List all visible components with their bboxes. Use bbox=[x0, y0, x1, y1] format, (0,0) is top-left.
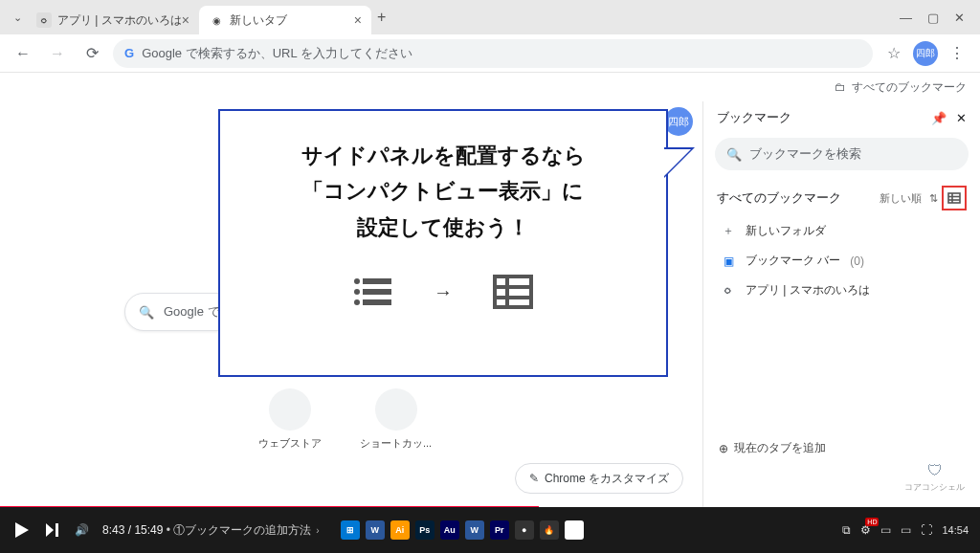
theater-icon[interactable]: ▭ bbox=[901, 523, 911, 537]
app-icon[interactable]: ● bbox=[515, 520, 534, 540]
bookmark-entry[interactable]: ⭘ アプリ | スマホのいろは bbox=[703, 276, 980, 305]
svg-point-4 bbox=[354, 299, 360, 305]
tab-dropdown[interactable]: ⌄ bbox=[8, 11, 27, 24]
svg-rect-10 bbox=[948, 193, 960, 203]
profile-avatar[interactable]: 四郎 bbox=[913, 41, 938, 66]
forward-button[interactable]: → bbox=[44, 40, 71, 67]
maximize-icon[interactable]: ▢ bbox=[927, 11, 939, 25]
omnibox-placeholder: Google で検索するか、URL を入力してください bbox=[142, 45, 412, 62]
svg-rect-3 bbox=[363, 289, 391, 295]
minimize-icon[interactable]: — bbox=[900, 11, 912, 25]
shortcut-label: ウェブストア bbox=[258, 436, 322, 451]
word2-icon[interactable]: W bbox=[465, 520, 484, 540]
captions-button[interactable]: ⧉ bbox=[842, 523, 851, 537]
sort-icon[interactable]: ⇅ bbox=[929, 192, 938, 205]
play-button[interactable] bbox=[11, 520, 31, 540]
folder-icon: 🗀 bbox=[835, 80, 846, 94]
close-icon[interactable]: × bbox=[182, 12, 189, 28]
all-bookmarks-link[interactable]: すべてのブックマーク bbox=[852, 79, 967, 96]
word-icon[interactable]: W bbox=[366, 520, 385, 540]
premiere-icon[interactable]: Pr bbox=[490, 520, 509, 540]
chapter-title[interactable]: ①ブックマークの追加方法 bbox=[173, 523, 311, 537]
shortcut-add[interactable]: ショートカッ... bbox=[360, 388, 432, 451]
volume-button[interactable]: 🔊 bbox=[75, 523, 89, 537]
browser-toolbar: ← → ⟳ G Google で検索するか、URL を入力してください ☆ 四郎… bbox=[0, 34, 980, 73]
section-title: すべてのブックマーク bbox=[717, 189, 841, 207]
miniplayer-icon[interactable]: ▭ bbox=[880, 523, 891, 537]
list-view-icon bbox=[347, 266, 399, 318]
photoshop-icon[interactable]: Ps bbox=[415, 520, 434, 540]
bookmark-star-icon[interactable]: ☆ bbox=[880, 40, 907, 67]
windows-icon[interactable]: ⊞ bbox=[341, 520, 360, 540]
arrow-right-icon: → bbox=[434, 281, 453, 303]
tab-active[interactable]: ◉ 新しいタブ × bbox=[199, 6, 371, 34]
new-tab-button[interactable]: + bbox=[377, 9, 386, 26]
close-icon[interactable]: × bbox=[354, 12, 362, 28]
reload-button[interactable]: ⟳ bbox=[78, 40, 105, 67]
video-player-controls: 🔊 8:43 / 15:49 • ①ブックマークの追加方法› ⊞ W Ai Ps… bbox=[0, 507, 980, 553]
fullscreen-icon[interactable]: ⛶ bbox=[921, 523, 932, 537]
window-title-bar: ⌄ ⭘ アプリ | スマホのいろは × ◉ 新しいタブ × + — ▢ ✕ bbox=[0, 0, 980, 34]
bookmarks-bar: 🗀 すべてのブックマーク bbox=[0, 73, 980, 101]
bookmark-search-placeholder: ブックマークを検索 bbox=[749, 145, 861, 163]
svg-marker-14 bbox=[15, 522, 29, 538]
sort-label[interactable]: 新しい順 bbox=[880, 191, 922, 206]
illustrator-icon[interactable]: Ai bbox=[390, 520, 410, 540]
bookmark-bar-folder[interactable]: ▣ ブックマーク バー (0) bbox=[703, 246, 980, 276]
close-window-icon[interactable]: ✕ bbox=[954, 11, 965, 25]
pin-icon[interactable]: 📌 bbox=[931, 111, 947, 125]
tutorial-callout: サイドパネルを配置するなら 「コンパクトビュー表示」に 設定して使おう！ → bbox=[218, 109, 668, 377]
tab-inactive[interactable]: ⭘ アプリ | スマホのいろは × bbox=[27, 6, 199, 34]
chrome-task-icon[interactable]: ◉ bbox=[565, 520, 584, 540]
svg-marker-15 bbox=[46, 523, 54, 537]
shortcut-webstore[interactable]: ウェブストア bbox=[258, 388, 322, 451]
chrome-icon: ◉ bbox=[209, 12, 224, 28]
clock-time: 14:54 bbox=[942, 524, 969, 536]
tab-title: 新しいタブ bbox=[230, 12, 287, 29]
shortcut-label: ショートカッ... bbox=[360, 436, 432, 451]
svg-rect-1 bbox=[363, 278, 391, 284]
webstore-icon bbox=[269, 388, 311, 431]
svg-rect-16 bbox=[56, 523, 58, 537]
duration: 15:49 bbox=[134, 523, 163, 537]
page-icon: ⭘ bbox=[721, 283, 736, 299]
compact-view-toggle[interactable] bbox=[942, 186, 967, 210]
customize-chrome-button[interactable]: ✎ Chrome をカスタマイズ bbox=[515, 463, 683, 494]
menu-icon[interactable]: ⋮ bbox=[944, 40, 970, 67]
shortcut-icon bbox=[375, 388, 417, 431]
bookmarks-side-panel: ブックマーク 📌 ✕ 🔍 ブックマークを検索 すべてのブックマーク 新しい順 ⇅… bbox=[702, 101, 980, 507]
svg-rect-5 bbox=[363, 299, 391, 305]
add-current-tab-button[interactable]: ⊕ 現在のタブを追加 bbox=[719, 440, 826, 456]
compact-view-icon bbox=[487, 266, 539, 318]
bookmark-bar-count: (0) bbox=[850, 254, 864, 268]
chevron-right-icon: › bbox=[316, 525, 319, 536]
flame-icon[interactable]: 🔥 bbox=[540, 520, 559, 540]
svg-point-0 bbox=[354, 278, 360, 284]
brand-watermark: 🛡 コアコンシェル bbox=[904, 462, 965, 494]
new-folder-label: 新しいフォルダ bbox=[746, 223, 826, 239]
back-button[interactable]: ← bbox=[10, 40, 36, 67]
address-bar[interactable]: G Google で検索するか、URL を入力してください bbox=[113, 39, 873, 68]
google-g-icon: G bbox=[124, 46, 134, 60]
search-icon: 🔍 bbox=[726, 147, 742, 162]
callout-line: 設定して使おう！ bbox=[243, 210, 643, 245]
tab-title: アプリ | スマホのいろは bbox=[57, 12, 182, 29]
side-panel-title: ブックマーク bbox=[717, 109, 791, 126]
taskbar-app-icons: ⊞ W Ai Ps Au W Pr ● 🔥 ◉ bbox=[341, 520, 584, 540]
next-button[interactable] bbox=[44, 521, 61, 539]
new-tab-page: 四郎 🔍 Google で検索または ウェブストア ショートカッ... ✎ Ch… bbox=[0, 101, 702, 507]
bookmark-search-input[interactable]: 🔍 ブックマークを検索 bbox=[715, 138, 969, 170]
folder-icon: ▣ bbox=[721, 254, 736, 269]
new-folder-button[interactable]: ＋ 新しいフォルダ bbox=[703, 216, 980, 246]
svg-rect-6 bbox=[495, 276, 531, 307]
current-time: 8:43 bbox=[102, 523, 124, 537]
plus-icon: ＋ bbox=[721, 224, 736, 239]
add-tab-label: 現在のタブを追加 bbox=[734, 440, 826, 456]
settings-gear-icon[interactable]: ⚙ bbox=[860, 523, 871, 537]
audition-icon[interactable]: Au bbox=[440, 520, 459, 540]
brand-icon: 🛡 bbox=[927, 462, 943, 479]
search-icon: 🔍 bbox=[139, 305, 154, 320]
close-panel-icon[interactable]: ✕ bbox=[956, 111, 967, 125]
ntp-profile-avatar[interactable]: 四郎 bbox=[664, 107, 693, 136]
plus-circle-icon: ⊕ bbox=[719, 442, 728, 455]
